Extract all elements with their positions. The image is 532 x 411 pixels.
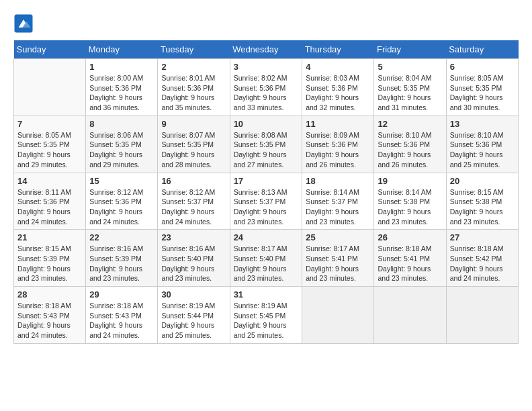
day-number: 24 (234, 232, 299, 242)
day-number: 23 (161, 232, 226, 242)
calendar-cell: 24Sunrise: 8:17 AM Sunset: 5:40 PM Dayli… (230, 230, 302, 287)
day-number: 17 (234, 176, 299, 186)
page-header (13, 13, 519, 34)
day-info: Sunrise: 8:14 AM Sunset: 5:37 PM Dayligh… (306, 187, 370, 227)
day-info: Sunrise: 8:14 AM Sunset: 5:38 PM Dayligh… (378, 187, 442, 227)
calendar-cell: 13Sunrise: 8:10 AM Sunset: 5:36 PM Dayli… (446, 116, 518, 173)
calendar-cell: 10Sunrise: 8:08 AM Sunset: 5:35 PM Dayli… (230, 116, 302, 173)
weekday-header: Sunday (14, 40, 86, 59)
calendar-cell: 7Sunrise: 8:05 AM Sunset: 5:35 PM Daylig… (14, 116, 86, 173)
day-info: Sunrise: 8:16 AM Sunset: 5:39 PM Dayligh… (89, 244, 154, 283)
day-number: 4 (306, 62, 370, 72)
weekday-header: Saturday (446, 40, 518, 59)
day-info: Sunrise: 8:10 AM Sunset: 5:36 PM Dayligh… (378, 130, 442, 170)
weekday-header: Monday (86, 40, 158, 59)
day-info: Sunrise: 8:05 AM Sunset: 5:35 PM Dayligh… (450, 73, 515, 113)
calendar-cell: 9Sunrise: 8:07 AM Sunset: 5:35 PM Daylig… (158, 116, 230, 173)
day-info: Sunrise: 8:19 AM Sunset: 5:44 PM Dayligh… (161, 301, 226, 340)
day-number: 18 (306, 176, 370, 186)
calendar-cell: 2Sunrise: 8:01 AM Sunset: 5:36 PM Daylig… (158, 59, 230, 116)
header-row: SundayMondayTuesdayWednesdayThursdayFrid… (14, 40, 519, 59)
day-number: 9 (161, 119, 226, 129)
day-info: Sunrise: 8:12 AM Sunset: 5:37 PM Dayligh… (161, 187, 226, 227)
day-number: 27 (450, 232, 515, 242)
weekday-header: Friday (374, 40, 446, 59)
day-info: Sunrise: 8:15 AM Sunset: 5:38 PM Dayligh… (450, 187, 515, 227)
day-number: 19 (378, 176, 442, 186)
day-info: Sunrise: 8:16 AM Sunset: 5:40 PM Dayligh… (161, 244, 226, 283)
calendar-cell: 21Sunrise: 8:15 AM Sunset: 5:39 PM Dayli… (14, 230, 86, 287)
day-info: Sunrise: 8:06 AM Sunset: 5:35 PM Dayligh… (89, 130, 154, 170)
calendar-cell: 14Sunrise: 8:11 AM Sunset: 5:36 PM Dayli… (14, 173, 86, 230)
calendar-cell: 22Sunrise: 8:16 AM Sunset: 5:39 PM Dayli… (86, 230, 158, 287)
day-info: Sunrise: 8:15 AM Sunset: 5:39 PM Dayligh… (17, 244, 82, 283)
calendar-cell: 3Sunrise: 8:02 AM Sunset: 5:36 PM Daylig… (230, 59, 302, 116)
day-number: 16 (161, 176, 226, 186)
calendar-cell (446, 287, 518, 344)
day-info: Sunrise: 8:18 AM Sunset: 5:42 PM Dayligh… (450, 244, 515, 283)
calendar-cell: 17Sunrise: 8:13 AM Sunset: 5:37 PM Dayli… (230, 173, 302, 230)
calendar-cell: 31Sunrise: 8:19 AM Sunset: 5:45 PM Dayli… (230, 287, 302, 344)
day-number: 31 (234, 289, 299, 300)
calendar-cell: 18Sunrise: 8:14 AM Sunset: 5:37 PM Dayli… (302, 173, 374, 230)
calendar-cell: 27Sunrise: 8:18 AM Sunset: 5:42 PM Dayli… (446, 230, 518, 287)
day-info: Sunrise: 8:00 AM Sunset: 5:36 PM Dayligh… (89, 73, 154, 113)
day-info: Sunrise: 8:05 AM Sunset: 5:35 PM Dayligh… (17, 130, 82, 170)
weekday-header: Tuesday (158, 40, 230, 59)
day-number: 13 (450, 119, 515, 129)
calendar-cell: 23Sunrise: 8:16 AM Sunset: 5:40 PM Dayli… (158, 230, 230, 287)
day-info: Sunrise: 8:03 AM Sunset: 5:36 PM Dayligh… (306, 73, 370, 113)
day-number: 8 (89, 119, 154, 129)
day-info: Sunrise: 8:04 AM Sunset: 5:35 PM Dayligh… (378, 73, 442, 113)
day-info: Sunrise: 8:17 AM Sunset: 5:40 PM Dayligh… (234, 244, 299, 283)
calendar-cell: 4Sunrise: 8:03 AM Sunset: 5:36 PM Daylig… (302, 59, 374, 116)
day-number: 12 (378, 119, 442, 129)
calendar-cell: 26Sunrise: 8:18 AM Sunset: 5:41 PM Dayli… (374, 230, 446, 287)
weekday-header: Thursday (302, 40, 374, 59)
calendar-cell: 19Sunrise: 8:14 AM Sunset: 5:38 PM Dayli… (374, 173, 446, 230)
calendar-table: SundayMondayTuesdayWednesdayThursdayFrid… (13, 40, 519, 344)
day-number: 6 (450, 62, 515, 72)
day-number: 11 (306, 119, 370, 129)
day-info: Sunrise: 8:10 AM Sunset: 5:36 PM Dayligh… (450, 130, 515, 170)
logo (13, 13, 36, 34)
day-info: Sunrise: 8:09 AM Sunset: 5:36 PM Dayligh… (306, 130, 370, 170)
day-number: 22 (89, 232, 154, 242)
day-info: Sunrise: 8:08 AM Sunset: 5:35 PM Dayligh… (234, 130, 299, 170)
calendar-header: SundayMondayTuesdayWednesdayThursdayFrid… (14, 40, 519, 59)
day-number: 21 (17, 232, 82, 242)
day-number: 7 (17, 119, 82, 129)
day-info: Sunrise: 8:11 AM Sunset: 5:36 PM Dayligh… (17, 187, 82, 227)
day-number: 3 (234, 62, 299, 72)
day-info: Sunrise: 8:02 AM Sunset: 5:36 PM Dayligh… (234, 73, 299, 113)
day-number: 29 (89, 289, 154, 300)
calendar-cell: 6Sunrise: 8:05 AM Sunset: 5:35 PM Daylig… (446, 59, 518, 116)
day-number: 26 (378, 232, 442, 242)
day-number: 28 (17, 289, 82, 300)
calendar-cell: 11Sunrise: 8:09 AM Sunset: 5:36 PM Dayli… (302, 116, 374, 173)
day-info: Sunrise: 8:17 AM Sunset: 5:41 PM Dayligh… (306, 244, 370, 283)
calendar-cell (14, 59, 86, 116)
day-number: 30 (161, 289, 226, 300)
calendar-cell: 12Sunrise: 8:10 AM Sunset: 5:36 PM Dayli… (374, 116, 446, 173)
day-info: Sunrise: 8:12 AM Sunset: 5:36 PM Dayligh… (89, 187, 154, 227)
calendar-cell: 20Sunrise: 8:15 AM Sunset: 5:38 PM Dayli… (446, 173, 518, 230)
day-info: Sunrise: 8:13 AM Sunset: 5:37 PM Dayligh… (234, 187, 299, 227)
calendar-row: 21Sunrise: 8:15 AM Sunset: 5:39 PM Dayli… (14, 230, 519, 287)
day-number: 15 (89, 176, 154, 186)
day-number: 1 (89, 62, 154, 72)
calendar-cell: 15Sunrise: 8:12 AM Sunset: 5:36 PM Dayli… (86, 173, 158, 230)
day-info: Sunrise: 8:01 AM Sunset: 5:36 PM Dayligh… (161, 73, 226, 113)
calendar-cell (302, 287, 374, 344)
day-number: 2 (161, 62, 226, 72)
day-info: Sunrise: 8:19 AM Sunset: 5:45 PM Dayligh… (234, 301, 299, 340)
calendar-cell: 29Sunrise: 8:18 AM Sunset: 5:43 PM Dayli… (86, 287, 158, 344)
weekday-header: Wednesday (230, 40, 302, 59)
logo-icon (13, 13, 34, 34)
day-number: 20 (450, 176, 515, 186)
day-number: 14 (17, 176, 82, 186)
calendar-cell: 5Sunrise: 8:04 AM Sunset: 5:35 PM Daylig… (374, 59, 446, 116)
calendar-row: 14Sunrise: 8:11 AM Sunset: 5:36 PM Dayli… (14, 173, 519, 230)
calendar-row: 7Sunrise: 8:05 AM Sunset: 5:35 PM Daylig… (14, 116, 519, 173)
calendar-cell: 30Sunrise: 8:19 AM Sunset: 5:44 PM Dayli… (158, 287, 230, 344)
